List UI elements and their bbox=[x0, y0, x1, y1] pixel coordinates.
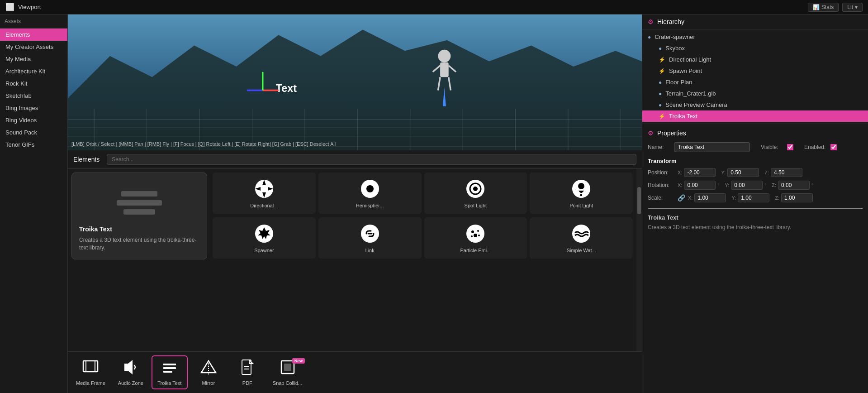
grid-item-hemispher[interactable]: Hemispher... bbox=[318, 173, 422, 214]
sidebar-item-architecture[interactable]: Architecture Kit bbox=[0, 65, 67, 77]
hierarchy-label-scene-camera: Scene Preview Camera bbox=[665, 101, 863, 108]
bottom-audio-zone[interactable]: Audio Zone bbox=[113, 356, 149, 388]
scrollbar[interactable] bbox=[636, 169, 642, 351]
search-input[interactable] bbox=[107, 154, 636, 165]
audio-zone-label: Audio Zone bbox=[118, 380, 143, 386]
scrollbar-thumb[interactable] bbox=[637, 187, 641, 214]
audio-zone-icon bbox=[123, 359, 139, 379]
hierarchy-item-scene-camera[interactable]: ●Scene Preview Camera bbox=[642, 99, 868, 110]
hierarchy-item-directional-light[interactable]: ⚡Directional Light bbox=[642, 54, 868, 65]
svg-text:Text: Text bbox=[276, 82, 297, 94]
hierarchy-item-skybox[interactable]: ●Skybox bbox=[642, 43, 868, 54]
hierarchy-label-crater-spawner: Crater-spawner bbox=[655, 34, 863, 40]
svg-rect-55 bbox=[163, 367, 176, 369]
section-desc: Creates a 3D text element using the troi… bbox=[648, 224, 863, 231]
visible-checkbox[interactable] bbox=[787, 144, 793, 150]
hierarchy-item-troika-text[interactable]: ⚡Troika Text bbox=[642, 110, 868, 122]
mode-dropdown[interactable]: Lit ▾ bbox=[842, 3, 863, 12]
hierarchy-item-spawn-point[interactable]: ⚡Spawn Point bbox=[642, 65, 868, 77]
spawner-icon bbox=[253, 222, 275, 245]
svg-point-46 bbox=[477, 230, 479, 232]
hierarchy-list: ●Crater-spawner●Skybox⚡Directional Light… bbox=[642, 29, 868, 124]
svg-rect-41 bbox=[580, 194, 582, 196]
rot-y-input[interactable] bbox=[731, 181, 763, 190]
hierarchy-label-troika-text: Troika Text bbox=[669, 113, 863, 120]
name-input[interactable] bbox=[674, 142, 750, 152]
sidebar-item-sound-pack[interactable]: Sound Pack bbox=[0, 126, 67, 139]
viewport-label: Viewport bbox=[18, 4, 41, 10]
grid-item-link[interactable]: Link bbox=[318, 217, 422, 259]
properties-title: Properties bbox=[657, 129, 686, 137]
hierarchy-label-spawn-point: Spawn Point bbox=[669, 67, 863, 74]
rot-z-input[interactable] bbox=[778, 181, 810, 190]
transform-title: Transform bbox=[648, 158, 863, 164]
grid-item-spot-light[interactable]: Spot Light bbox=[424, 173, 527, 214]
hierarchy-icon-troika-text: ⚡ bbox=[659, 113, 665, 120]
sidebar-item-sketchfab[interactable]: Sketchfab bbox=[0, 90, 67, 102]
new-badge: New bbox=[292, 358, 305, 364]
grid-item-particle[interactable]: Particle Emi... bbox=[424, 217, 527, 259]
bottom-icons-row: Media Frame Audio Zone Troika Text bbox=[68, 351, 642, 393]
properties-panel: ⚙ Properties Name: Visible: Enabled: Tra… bbox=[642, 124, 868, 393]
bottom-troika-text[interactable]: Troika Text bbox=[152, 355, 188, 389]
enabled-checkbox[interactable] bbox=[830, 144, 837, 150]
tooltip-title: Troika Text bbox=[79, 225, 199, 233]
bottom-pdf[interactable]: PDF bbox=[229, 356, 266, 388]
grid-item-directional[interactable]: Directional _ bbox=[213, 173, 316, 214]
position-label: Position: bbox=[648, 169, 675, 176]
scale-y-input[interactable] bbox=[738, 193, 769, 202]
sidebar-item-tenor-gifs[interactable]: Tenor GIFs bbox=[0, 139, 67, 151]
hierarchy-icon-floor-plan: ● bbox=[659, 79, 662, 86]
point-light-icon bbox=[570, 177, 592, 200]
sidebar-item-my-creator[interactable]: My Creator Assets bbox=[0, 41, 67, 53]
link-label: Link bbox=[365, 248, 375, 254]
scale-z-input[interactable] bbox=[781, 193, 813, 202]
elements-header-label: Elements bbox=[73, 156, 100, 163]
directional-icon bbox=[253, 177, 275, 200]
mirror-label: Mirror bbox=[202, 380, 215, 386]
hemispher-label: Hemispher... bbox=[356, 203, 384, 209]
hierarchy-icon: ⚙ bbox=[648, 18, 654, 25]
scale-lock-icon: 🔗 bbox=[678, 194, 685, 201]
tooltip-desc: Creates a 3D text element using the troi… bbox=[79, 236, 199, 252]
link-icon bbox=[359, 222, 381, 245]
hierarchy-item-terrain[interactable]: ●Terrain_Crater1.glb bbox=[642, 88, 868, 99]
directional-label: Directional _ bbox=[250, 203, 278, 209]
bottom-mirror[interactable]: Mirror bbox=[190, 356, 227, 388]
hierarchy-label-skybox: Skybox bbox=[665, 45, 863, 52]
rotation-label: Rotation: bbox=[648, 182, 675, 188]
pdf-label: PDF bbox=[242, 380, 252, 386]
bottom-media-frame[interactable]: Media Frame bbox=[71, 356, 110, 388]
visible-label: Visible: bbox=[761, 144, 783, 150]
pos-y-input[interactable] bbox=[727, 168, 759, 177]
pos-x-input[interactable] bbox=[684, 168, 716, 177]
hierarchy-item-crater-spawner[interactable]: ●Crater-spawner bbox=[642, 31, 868, 43]
stats-button[interactable]: 📊 Stats bbox=[808, 3, 839, 12]
sidebar-item-elements[interactable]: Elements bbox=[0, 29, 67, 41]
scale-x-input[interactable] bbox=[694, 193, 726, 202]
grid-item-simple-wat[interactable]: Simple Wat... bbox=[530, 217, 633, 259]
name-label: Name: bbox=[648, 144, 670, 150]
hierarchy-item-floor-plan[interactable]: ●Floor Plan bbox=[642, 77, 868, 88]
hemispher-icon bbox=[359, 177, 381, 200]
pos-z-input[interactable] bbox=[771, 168, 802, 177]
mirror-icon bbox=[200, 359, 217, 379]
sidebar-item-my-media[interactable]: My Media bbox=[0, 53, 67, 65]
point-light-label: Point Light bbox=[569, 203, 593, 209]
simple-wat-icon bbox=[570, 222, 592, 245]
bottom-snap-collid[interactable]: New Snap Collid... bbox=[268, 356, 307, 388]
grid-item-spawner[interactable]: Spawner bbox=[213, 217, 316, 259]
sidebar-item-bing-videos[interactable]: Bing Videos bbox=[0, 114, 67, 126]
enabled-label: Enabled: bbox=[804, 144, 827, 150]
sidebar-item-bing-images[interactable]: Bing Images bbox=[0, 102, 67, 114]
tooltip-popup: Troika Text Creates a 3D text element us… bbox=[71, 173, 207, 259]
grid-item-point-light[interactable]: Point Light bbox=[530, 173, 633, 214]
hierarchy-icon-directional-light: ⚡ bbox=[659, 57, 665, 63]
viewport[interactable]: Text [LMB] Orbit / Select | [MMB] Pan | … bbox=[68, 14, 642, 150]
snap-collid-label: Snap Collid... bbox=[273, 380, 302, 386]
rot-x-input[interactable] bbox=[684, 181, 716, 190]
properties-icon: ⚙ bbox=[648, 129, 654, 137]
sidebar-item-rock-kit[interactable]: Rock Kit bbox=[0, 77, 67, 90]
svg-point-49 bbox=[471, 235, 473, 237]
hierarchy-label-terrain: Terrain_Crater1.glb bbox=[665, 90, 863, 97]
